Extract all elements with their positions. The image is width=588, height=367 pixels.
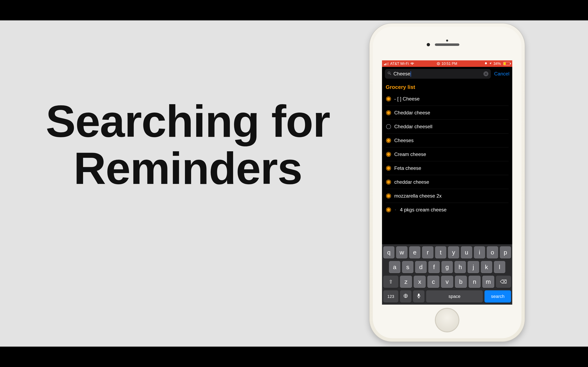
- text-caret: [411, 71, 411, 77]
- key-f[interactable]: f: [428, 261, 440, 273]
- wifi-icon: [410, 62, 414, 66]
- front-camera: [446, 40, 448, 42]
- on-screen-keyboard: qwertyuiop asdfghjkl ⇧ zxcvbnm ⌫ 123: [382, 244, 512, 305]
- shift-key[interactable]: ⇧: [383, 276, 398, 288]
- key-j[interactable]: j: [467, 261, 479, 273]
- phone-screen: AT&T Wi-Fi 10:51 PM: [382, 60, 512, 305]
- key-p[interactable]: p: [500, 246, 511, 259]
- key-g[interactable]: g: [441, 261, 453, 273]
- svg-rect-3: [418, 294, 420, 296]
- key-k[interactable]: k: [481, 261, 492, 273]
- list-item[interactable]: Feta cheese: [386, 161, 509, 175]
- reminder-checkbox[interactable]: [386, 207, 391, 212]
- reminder-label: Cheddar cheesell: [394, 124, 432, 129]
- key-s[interactable]: s: [402, 261, 414, 273]
- key-c[interactable]: c: [427, 276, 439, 288]
- title-line-1: Searching for: [35, 98, 341, 145]
- key-w[interactable]: w: [396, 246, 407, 259]
- battery-icon: [502, 62, 510, 65]
- list-item[interactable]: ◦4 pkgs cream cheese: [386, 203, 509, 217]
- slide-stage: Searching for Reminders AT&T Wi-Fi: [0, 20, 588, 347]
- key-y[interactable]: y: [448, 246, 459, 259]
- reminder-checkbox[interactable]: [386, 152, 391, 157]
- globe-key[interactable]: [400, 290, 411, 303]
- letterbox-top: [0, 0, 588, 20]
- key-r[interactable]: r: [422, 246, 433, 259]
- globe-icon: [403, 293, 408, 300]
- key-x[interactable]: x: [414, 276, 426, 288]
- reminder-label: mozzarella cheese 2x: [394, 193, 442, 199]
- home-button[interactable]: [435, 308, 459, 332]
- letterbox-bottom: [0, 347, 588, 367]
- key-b[interactable]: b: [455, 276, 467, 288]
- search-key[interactable]: search: [484, 290, 511, 303]
- reminder-checkbox[interactable]: [386, 124, 391, 129]
- svg-point-0: [388, 72, 390, 74]
- reminder-label: Feta cheese: [394, 165, 421, 171]
- key-d[interactable]: d: [415, 261, 426, 273]
- microphone-icon: [417, 293, 421, 300]
- list-item[interactable]: Cream cheese: [386, 147, 509, 161]
- reminder-checkbox[interactable]: [386, 110, 391, 115]
- backspace-icon: ⌫: [500, 279, 507, 285]
- reminder-label: Cheeses: [394, 138, 414, 143]
- key-l[interactable]: l: [494, 261, 505, 273]
- reminder-checkbox[interactable]: [386, 96, 391, 101]
- reminder-label: Cream cheese: [394, 151, 426, 157]
- key-z[interactable]: z: [400, 276, 412, 288]
- key-e[interactable]: e: [409, 246, 420, 259]
- key-n[interactable]: n: [468, 276, 481, 288]
- sub-item-bullet: ◦: [394, 208, 397, 212]
- iphone-bezel: AT&T Wi-Fi 10:51 PM: [373, 27, 521, 338]
- reminder-label: cheddar cheese: [394, 179, 429, 185]
- title-line-2: Reminders: [35, 145, 341, 192]
- key-a[interactable]: a: [389, 261, 400, 273]
- battery-pct-label: 34%: [493, 62, 501, 66]
- reminder-checkbox[interactable]: [386, 180, 391, 184]
- reminder-checkbox[interactable]: [386, 138, 391, 143]
- list-item[interactable]: - [ ] Cheese: [386, 92, 509, 106]
- key-v[interactable]: v: [441, 276, 453, 288]
- key-i[interactable]: i: [474, 246, 485, 259]
- list-item[interactable]: Cheeses: [386, 133, 509, 147]
- reminder-label: - [ ] Cheese: [394, 96, 420, 102]
- proximity-sensor: [427, 43, 430, 46]
- results-section-title: Grocery list: [386, 82, 509, 92]
- search-bar: Cheese Cancel: [382, 67, 512, 81]
- key-m[interactable]: m: [482, 276, 494, 288]
- carrier-label: AT&T Wi-Fi: [390, 62, 409, 66]
- reminder-checkbox[interactable]: [386, 193, 391, 198]
- slide-title: Searching for Reminders: [35, 98, 341, 192]
- numbers-key[interactable]: 123: [383, 290, 398, 303]
- reminder-label: 4 pkgs cream cheese: [400, 207, 447, 213]
- reminder-label: Cheddar cheese: [394, 110, 430, 116]
- clock-label: 10:51 PM: [441, 62, 457, 66]
- search-input[interactable]: Cheese: [385, 69, 491, 79]
- list-item[interactable]: Cheddar cheesell: [386, 120, 509, 133]
- key-o[interactable]: o: [487, 246, 498, 259]
- dictation-key[interactable]: [413, 290, 424, 303]
- key-h[interactable]: h: [454, 261, 466, 273]
- list-item[interactable]: Cheddar cheese: [386, 106, 509, 120]
- search-results: Grocery list - [ ] CheeseCheddar cheeseC…: [382, 81, 512, 217]
- location-icon: [489, 62, 492, 66]
- list-item[interactable]: mozzarella cheese 2x: [386, 189, 509, 203]
- key-q[interactable]: q: [383, 246, 394, 259]
- list-item[interactable]: cheddar cheese: [386, 175, 509, 189]
- earpiece-speaker: [435, 43, 459, 46]
- svg-line-1: [390, 74, 391, 75]
- shift-icon: ⇧: [389, 279, 393, 285]
- space-key[interactable]: space: [426, 290, 483, 303]
- backspace-key[interactable]: ⌫: [496, 276, 511, 288]
- alarm-icon: [484, 62, 487, 66]
- recording-indicator-icon: [437, 62, 440, 65]
- cellular-signal-icon: [384, 62, 389, 65]
- key-u[interactable]: u: [461, 246, 472, 259]
- iphone-frame: AT&T Wi-Fi 10:51 PM: [370, 24, 525, 342]
- status-bar: AT&T Wi-Fi 10:51 PM: [382, 60, 512, 67]
- reminder-checkbox[interactable]: [386, 166, 391, 171]
- search-icon: [387, 71, 391, 76]
- clear-search-button[interactable]: [484, 71, 488, 76]
- cancel-button[interactable]: Cancel: [494, 71, 509, 77]
- key-t[interactable]: t: [435, 246, 446, 259]
